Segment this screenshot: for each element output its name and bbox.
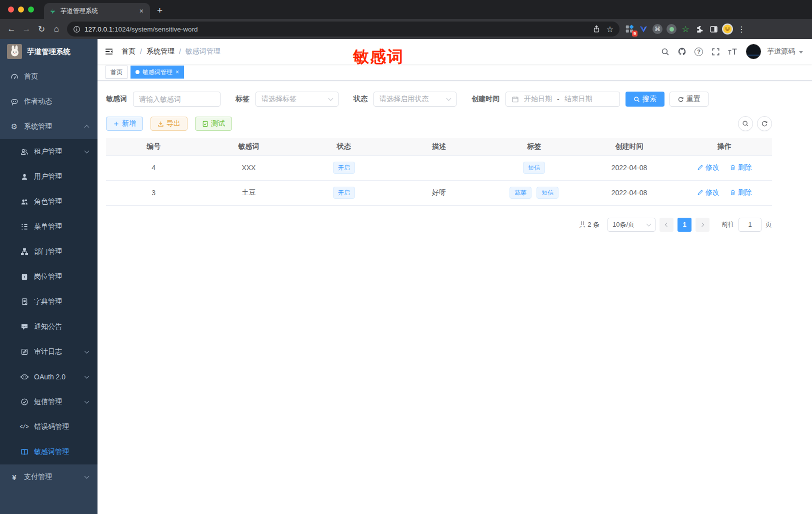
user-avatar[interactable] [746,44,761,59]
chevron-down-icon [84,374,90,379]
keyword-label: 敏感词 [106,95,127,104]
help-icon[interactable]: ? [694,48,703,56]
forward-button[interactable]: → [19,22,34,37]
test-button[interactable]: 测试 [195,117,232,131]
sidebar-item-pay[interactable]: ¥ 支付管理 [0,464,98,489]
date-range-picker[interactable]: 开始日期 - 结束日期 [506,92,620,107]
current-page[interactable]: 1 [678,218,692,232]
calendar-icon [512,96,519,103]
sidebar: 芋道管理系统 首页 作者动态 ⚙ 系统管理 租户管理 [0,39,98,514]
minimize-window-button[interactable] [18,7,24,13]
filter-form: 敏感词 标签 请选择标签 状态 [106,92,772,107]
delete-link[interactable]: 删除 [730,188,752,197]
close-window-button[interactable] [8,7,14,13]
sidebar-item-role[interactable]: 角色管理 [0,189,98,214]
extensions-puzzle-icon[interactable] [692,22,706,36]
browser-tabstrip: 芋道管理系统 × + [0,0,812,19]
address-bar[interactable]: 127.0.0.1 :1024/system/sensitive-word ☆ [67,22,620,37]
bookmark-star-icon[interactable]: ☆ [606,25,614,34]
github-icon[interactable] [674,44,690,59]
goto-label: 前往 [722,220,734,229]
fold-sidebar-icon[interactable] [98,47,122,56]
extension-star-icon[interactable]: ☆ [678,22,692,36]
shield-check-icon [20,398,28,406]
profile-avatar[interactable] [720,22,734,36]
url-host: 127.0.0.1 [84,26,112,33]
extension-vimium-icon[interactable] [636,22,650,36]
status-select[interactable]: 请选择启用状态 [374,92,456,107]
tag-home[interactable]: 首页 [106,66,128,79]
sidebar-item-author[interactable]: 作者动态 [0,89,98,114]
browser-menu-icon[interactable]: ⋮ [734,25,748,34]
col-status: 状态 [296,138,392,155]
refresh-table-button[interactable] [757,116,772,131]
cell-tags: 蔬菜短信 [486,180,582,205]
home-button[interactable]: ⌂ [49,22,64,37]
sidebar-item-sensitive-word[interactable]: 敏感词管理 [0,439,98,464]
goto-page-input[interactable] [738,218,762,232]
cell-status: 开启 [296,155,392,180]
chevron-down-icon [84,474,90,479]
search-button[interactable]: 搜索 [626,92,664,107]
cell-word: XXX [201,155,296,180]
fullscreen-icon[interactable] [708,44,723,59]
robot-icon [20,373,28,381]
tag-select[interactable]: 请选择标签 [256,92,338,107]
sidebar-item-oauth[interactable]: OAuth 2.0 [0,364,98,389]
reset-button[interactable]: 重置 [670,92,708,107]
sidebar-item-home[interactable]: 首页 [0,64,98,89]
keyword-input[interactable] [139,95,214,103]
extension-command-icon[interactable]: ⌘ [650,22,664,36]
delete-link[interactable]: 删除 [730,163,752,172]
extension-recorder-icon[interactable] [664,22,678,36]
extension-grid-icon[interactable]: 9 [622,22,636,36]
page-size-select[interactable]: 10条/页 [608,218,656,232]
tag-badge: 短信 [523,162,545,174]
breadcrumb-section[interactable]: 系统管理 [146,47,174,56]
pencil-icon [697,164,704,171]
next-page-button[interactable] [696,218,710,232]
tag-close-icon[interactable]: × [176,69,179,76]
status-badge: 开启 [333,187,355,199]
browser-tab[interactable]: 芋道管理系统 × [44,3,150,19]
header-search-icon[interactable] [658,44,672,59]
sidebar-item-errcode[interactable]: </> 错误码管理 [0,414,98,439]
tag-badge: 短信 [536,187,558,199]
caret-down-icon[interactable] [799,51,803,54]
sidebar-item-user[interactable]: 用户管理 [0,164,98,189]
edit-link[interactable]: 修改 [697,188,720,197]
sidebar-item-dict[interactable]: 字典管理 [0,289,98,314]
toggle-search-button[interactable] [738,116,753,131]
breadcrumb-home[interactable]: 首页 [122,47,136,56]
sidebar-item-audit-log[interactable]: 审计日志 [0,339,98,364]
share-icon[interactable] [592,25,600,33]
table-row: 3 土豆 开启 好呀 蔬菜短信 2022-04-08 修改 删除 [106,180,772,205]
export-button[interactable]: 导出 [150,117,188,131]
edit-link[interactable]: 修改 [697,163,720,172]
sidebar-item-sms[interactable]: 短信管理 [0,389,98,414]
sidebar-item-notice[interactable]: 通知公告 [0,314,98,339]
zoom-window-button[interactable] [28,7,34,13]
new-tab-button[interactable]: + [157,5,162,16]
sidebar-item-menu[interactable]: 菜单管理 [0,214,98,239]
prev-page-button[interactable] [660,218,674,232]
sidebar-item-post[interactable]: 岗位管理 [0,264,98,289]
tag-sensitive-word[interactable]: 敏感词管理 × [130,66,184,79]
username[interactable]: 芋道源码 [767,47,795,56]
tab-close-icon[interactable]: × [138,7,145,15]
sidebar-item-system[interactable]: ⚙ 系统管理 [0,114,98,139]
reload-button[interactable]: ↻ [34,22,49,37]
chevron-down-icon [84,349,90,354]
add-button[interactable]: 新增 [106,117,143,131]
font-size-icon[interactable] [725,44,740,59]
cell-create-time: 2022-04-08 [582,180,676,205]
site-info-icon[interactable] [73,26,80,33]
side-panel-icon[interactable] [706,22,720,36]
back-button[interactable]: ← [4,22,19,37]
breadcrumb-current: 敏感词管理 [186,47,220,56]
sidebar-item-tenant[interactable]: 租户管理 [0,139,98,164]
active-dot [136,70,140,74]
keyword-input-wrap [133,92,220,107]
sidebar-item-dept[interactable]: 部门管理 [0,239,98,264]
chevron-down-icon [328,96,334,101]
